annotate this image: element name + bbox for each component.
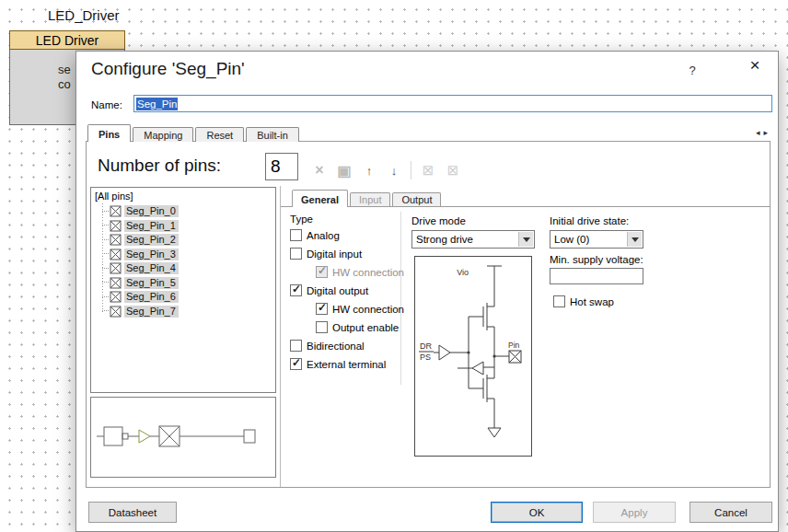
- tree-item-seg-pin-3[interactable]: Seg_Pin_3: [102, 248, 179, 262]
- chevron-down-icon[interactable]: [518, 232, 533, 247]
- component-title-bar[interactable]: LED Driver: [9, 30, 125, 50]
- checkbox-box[interactable]: [290, 340, 302, 352]
- checkbox-label: Digital output: [307, 285, 368, 296]
- drive-mode-label: Drive mode: [411, 215, 466, 226]
- checkbox-box[interactable]: [316, 321, 328, 333]
- move-pin-down-icon[interactable]: ↓: [386, 164, 402, 178]
- tab-pins[interactable]: Pins: [87, 124, 131, 142]
- tree-item-seg-pin-2[interactable]: Seg_Pin_2: [102, 233, 179, 248]
- tab-mapping[interactable]: Mapping: [133, 127, 193, 142]
- checkbox-output-hw-connection[interactable]: HW connection: [316, 302, 404, 316]
- close-icon[interactable]: ×: [732, 52, 778, 79]
- tab-scroll-right-icon[interactable]: ▸: [764, 128, 772, 137]
- tree-item-seg-pin-6[interactable]: Seg_Pin_6: [102, 290, 179, 305]
- help-icon[interactable]: ?: [680, 60, 704, 80]
- min-supply-voltage-label: Min. supply voltage:: [550, 254, 643, 265]
- checkbox-box: [316, 266, 328, 278]
- checkbox-label: Bidirectional: [307, 341, 365, 352]
- configure-dialog: Configure 'Seg_Pin' ? × Name: Seg_Pin Pi…: [75, 51, 779, 532]
- pin-box-icon: [110, 277, 122, 289]
- checkbox-box[interactable]: [290, 248, 302, 260]
- tree-item-seg-pin-4[interactable]: Seg_Pin_4: [102, 261, 179, 276]
- cancel-button[interactable]: Cancel: [690, 502, 772, 523]
- checkbox-box[interactable]: [553, 295, 565, 307]
- name-input[interactable]: Seg_Pin: [133, 95, 772, 112]
- copy-pin-icon: ⊠: [445, 162, 461, 179]
- pin-settings-pane: General Input Output Type Analog Digital…: [280, 186, 770, 487]
- tree-item-label: Seg_Pin_1: [124, 220, 179, 232]
- drive-mode-diagram: Vio DR PS Pin: [414, 256, 532, 457]
- datasheet-button[interactable]: Datasheet: [88, 502, 177, 523]
- checkbox-bidirectional[interactable]: Bidirectional: [290, 339, 365, 353]
- tree-item-label: Seg_Pin_3: [124, 249, 179, 260]
- checkbox-box[interactable]: [290, 358, 302, 370]
- checkbox-label: External terminal: [307, 359, 386, 370]
- tree-item-label: Seg_Pin_0: [124, 205, 179, 217]
- tree-item-label: Seg_Pin_6: [124, 291, 179, 303]
- initial-drive-state-label: Initial drive state:: [550, 215, 629, 226]
- checkbox-label: HW connection: [332, 267, 404, 278]
- checkbox-label: Hot swap: [570, 296, 614, 307]
- number-of-pins-label: Number of pins:: [98, 156, 221, 176]
- move-pin-up-icon[interactable]: ↑: [361, 164, 377, 178]
- pin-tree-panel: [All pins] Seg_Pin_0 Seg_Pin_1 Seg_Pin_2…: [90, 187, 276, 393]
- drive-mode-value: Strong drive: [416, 234, 473, 245]
- checkbox-label: HW connection: [332, 304, 404, 315]
- drive-mode-select[interactable]: Strong drive: [411, 230, 535, 249]
- initial-drive-state-select[interactable]: Low (0): [550, 230, 643, 249]
- tree-item-seg-pin-0[interactable]: Seg_Pin_0: [102, 204, 179, 219]
- ok-button[interactable]: OK: [491, 502, 583, 523]
- tree-item-label: Seg_Pin_4: [124, 262, 179, 274]
- cut-pin-icon: ⊠: [420, 162, 436, 179]
- pin-box-icon: [110, 291, 122, 303]
- diagram-pin-label: Pin: [508, 341, 520, 350]
- tab-reset[interactable]: Reset: [195, 127, 244, 142]
- rename-pin-icon: ▣: [336, 162, 353, 179]
- diagram-dr-label: DR: [420, 341, 432, 351]
- checkbox-box[interactable]: [290, 284, 302, 296]
- tab-scroll-left-icon[interactable]: ◂: [756, 128, 764, 137]
- pins-toolbar: × ▣ ↑ ↓ ⊠ ⊠: [311, 160, 461, 180]
- checkbox-analog[interactable]: Analog: [290, 228, 340, 242]
- checkbox-box[interactable]: [316, 303, 328, 315]
- min-supply-voltage-input[interactable]: [550, 268, 643, 284]
- checkbox-box[interactable]: [290, 229, 302, 241]
- pin-preview-diagram: [91, 398, 275, 477]
- tab-built-in[interactable]: Built-in: [246, 127, 299, 142]
- pin-preview-panel: [90, 397, 276, 478]
- tree-item-seg-pin-5[interactable]: Seg_Pin_5: [102, 276, 179, 291]
- component-instance-label[interactable]: LED_Driver: [48, 7, 120, 23]
- pin-box-icon: [110, 220, 122, 232]
- tree-item-seg-pin-1[interactable]: Seg_Pin_1: [102, 219, 179, 234]
- tab-output[interactable]: Output: [392, 192, 441, 206]
- tree-item-seg-pin-7[interactable]: Seg_Pin_7: [102, 305, 179, 319]
- checkbox-label: Analog: [307, 230, 340, 241]
- name-value-selected: Seg_Pin: [136, 98, 178, 110]
- tree-root-all-pins[interactable]: [All pins]: [95, 191, 133, 202]
- tab-input: Input: [350, 192, 390, 206]
- diagram-ps-label: PS: [420, 353, 431, 362]
- checkbox-digital-input[interactable]: Digital input: [290, 247, 362, 260]
- diagram-vio-label: Vio: [457, 268, 469, 277]
- checkbox-label: Output enable: [332, 322, 399, 333]
- tree-item-label: Seg_Pin_7: [124, 306, 179, 318]
- settings-tab-strip: General Input Output: [281, 190, 770, 207]
- checkbox-hot-swap[interactable]: Hot swap: [553, 295, 614, 308]
- initial-drive-state-value: Low (0): [554, 234, 589, 245]
- dialog-tab-strip: Pins Mapping Reset Built-in: [87, 124, 301, 142]
- checkbox-digital-output[interactable]: Digital output: [290, 283, 368, 297]
- group-separator: [400, 212, 401, 385]
- tab-scroll-arrows[interactable]: ◂▸: [756, 128, 771, 137]
- pin-box-icon: [110, 306, 122, 318]
- checkbox-input-hw-connection: HW connection: [316, 265, 404, 279]
- tree-item-label: Seg_Pin_5: [124, 277, 179, 289]
- number-of-pins-input[interactable]: 8: [265, 153, 298, 180]
- pins-tab-page: Number of pins: 8 × ▣ ↑ ↓ ⊠ ⊠ [All pins]…: [86, 141, 771, 488]
- pin-box-icon: [110, 205, 122, 217]
- tab-general[interactable]: General: [292, 190, 348, 207]
- pin-box-icon: [110, 234, 122, 246]
- tree-item-label: Seg_Pin_2: [124, 234, 179, 246]
- checkbox-external-terminal[interactable]: External terminal: [290, 357, 386, 371]
- checkbox-output-enable[interactable]: Output enable: [316, 320, 399, 334]
- chevron-down-icon[interactable]: [627, 232, 642, 247]
